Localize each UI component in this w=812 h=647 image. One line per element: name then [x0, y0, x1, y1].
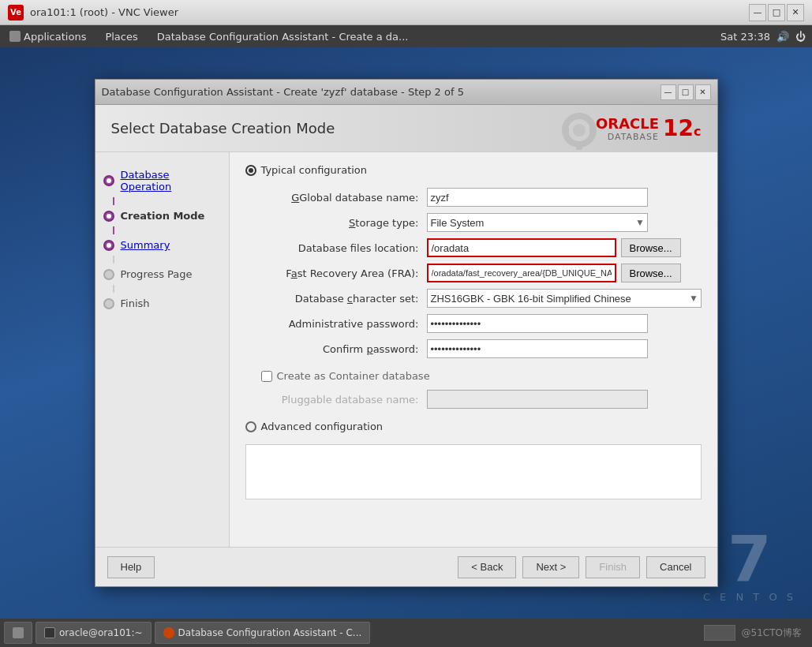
taskbar-dbca[interactable]: Database Configuration Assistant - C... [155, 622, 371, 644]
dialog-minimize-button[interactable]: — [660, 84, 676, 100]
clock: Sat 23:38 [720, 31, 770, 43]
dialog-overlay: Database Configuration Assistant - Creat… [0, 47, 812, 619]
vnc-title: ora101:1 (root) - VNC Viewer [30, 6, 749, 18]
watermark: @51CTO博客 [742, 626, 802, 640]
vnc-titlebar: Ve ora101:1 (root) - VNC Viewer — □ ✕ [0, 0, 812, 25]
step-bullet-1 [103, 175, 114, 186]
step-connector-4 [113, 285, 114, 293]
version-number: 12 [663, 118, 694, 140]
step-label-4: Progress Page [121, 268, 193, 280]
next-button[interactable]: Next > [522, 556, 579, 578]
advanced-config-label: Advanced configuration [261, 421, 384, 432]
window-task[interactable]: Database Configuration Assistant - Creat… [148, 25, 418, 47]
applications-menu[interactable]: Applications [0, 25, 95, 47]
admin-pwd-label: Administrative password: [261, 318, 419, 330]
database-text: DATABASE [608, 132, 659, 142]
advanced-config-option[interactable]: Advanced configuration [245, 421, 702, 432]
terminal-icon [44, 627, 55, 638]
typical-config-form: GGlobal database name: Storage type: [261, 188, 702, 358]
vnc-window-controls: — □ ✕ [749, 4, 804, 21]
taskbar-indicator [704, 625, 735, 641]
applications-icon [9, 31, 21, 42]
taskbar-terminal[interactable]: oracle@ora101:~ [36, 622, 152, 644]
taskbar-bottom: oracle@ora101:~ Database Configuration A… [0, 619, 812, 647]
finish-button[interactable]: Finish [586, 556, 640, 578]
storage-type-select[interactable]: File System ASM [427, 213, 648, 232]
volume-icon[interactable]: 🔊 [776, 31, 789, 43]
svg-point-1 [573, 124, 586, 137]
dialog-titlebar: Database Configuration Assistant - Creat… [95, 80, 717, 105]
db-files-location-field: Browse... [427, 238, 702, 257]
admin-pwd-input[interactable] [427, 314, 648, 333]
step-connector-2 [113, 226, 114, 234]
storage-type-field: File System ASM [427, 213, 702, 232]
global-db-name-field [427, 188, 702, 207]
terminal-label: oracle@ora101:~ [59, 627, 143, 638]
db-files-location-label: Database files location: [261, 242, 419, 254]
vnc-maximize-button[interactable]: □ [768, 4, 785, 21]
taskbar-right: @51CTO博客 [704, 625, 808, 641]
step-label-3: Summary [121, 239, 170, 251]
sidebar-step-creation-mode[interactable]: Creation Mode [95, 205, 229, 226]
sidebar-step-database-operation[interactable]: Database Operation [95, 164, 229, 197]
step-label-1: Database Operation [121, 169, 221, 193]
db-files-browse-button[interactable]: Browse... [621, 238, 681, 257]
version-sup: c [694, 124, 701, 139]
help-button[interactable]: Help [107, 556, 155, 578]
fra-label: Fast Recovery Area (FRA): [261, 267, 419, 279]
log-area [245, 444, 702, 499]
charset-select[interactable]: ZHS16GBK - GBK 16-bit Simplified Chinese… [427, 289, 702, 308]
places-menu[interactable]: Places [95, 25, 147, 47]
vnc-logo: Ve [8, 5, 24, 21]
step-label-2: Creation Mode [121, 210, 205, 222]
back-button[interactable]: < Back [458, 556, 516, 578]
container-db-label: Create as Container database [277, 370, 430, 382]
pluggable-db-label: Pluggable database name: [261, 394, 419, 406]
svg-rect-4 [563, 127, 569, 133]
step-bullet-5 [103, 298, 114, 309]
fra-input[interactable] [427, 264, 616, 282]
container-db-checkbox[interactable] [261, 371, 272, 382]
svg-rect-2 [576, 113, 582, 119]
dbca-dialog: Database Configuration Assistant - Creat… [95, 79, 718, 587]
dbca-label: Database Configuration Assistant - C... [178, 627, 362, 638]
topbar-right: Sat 23:38 🔊 ⏻ [720, 31, 812, 43]
pluggable-db-row: Pluggable database name: [261, 390, 702, 409]
sidebar-step-progress: Progress Page [95, 264, 229, 285]
typical-config-radio[interactable] [245, 165, 256, 176]
confirm-pwd-label: Confirm password: [261, 343, 419, 355]
dialog-footer: Help < Back Next > Finish Cancel [95, 547, 717, 586]
sidebar-step-finish: Finish [95, 293, 229, 314]
advanced-config-radio[interactable] [245, 421, 256, 432]
confirm-pwd-input[interactable] [427, 339, 648, 358]
fra-field: Browse... [427, 264, 702, 282]
step-label-5: Finish [121, 297, 150, 309]
top-menubar: Applications Places Database Configurati… [0, 25, 812, 47]
cancel-button[interactable]: Cancel [646, 556, 705, 578]
vnc-close-button[interactable]: ✕ [787, 4, 804, 21]
pluggable-db-field [427, 390, 702, 409]
dialog-close-button[interactable]: ✕ [695, 84, 711, 100]
global-db-name-label: GGlobal database name: [261, 192, 419, 204]
sidebar-step-summary[interactable]: Summary [95, 234, 229, 256]
taskbar-show-desktop[interactable] [4, 622, 32, 644]
charset-field: ZHS16GBK - GBK 16-bit Simplified Chinese… [427, 289, 702, 308]
show-desktop-icon [13, 627, 24, 638]
typical-config-option[interactable]: Typical configuration [245, 164, 702, 176]
dialog-title: Database Configuration Assistant - Creat… [102, 86, 659, 98]
step-bullet-2 [103, 211, 114, 222]
svg-rect-3 [576, 144, 582, 150]
vnc-minimize-button[interactable]: — [749, 4, 766, 21]
pluggable-db-input[interactable] [427, 390, 648, 409]
db-files-location-input[interactable] [427, 238, 616, 257]
admin-pwd-field [427, 314, 702, 333]
fra-browse-button[interactable]: Browse... [621, 264, 681, 282]
container-db-row: Create as Container database [261, 370, 702, 382]
power-icon[interactable]: ⏻ [795, 31, 806, 43]
step-connector-3 [113, 256, 114, 264]
java-icon [163, 627, 174, 638]
dialog-header: Select Database Creation Mode [95, 105, 717, 152]
dialog-maximize-button[interactable]: □ [678, 84, 694, 100]
step-bullet-4 [103, 269, 114, 280]
global-db-name-input[interactable] [427, 188, 648, 207]
